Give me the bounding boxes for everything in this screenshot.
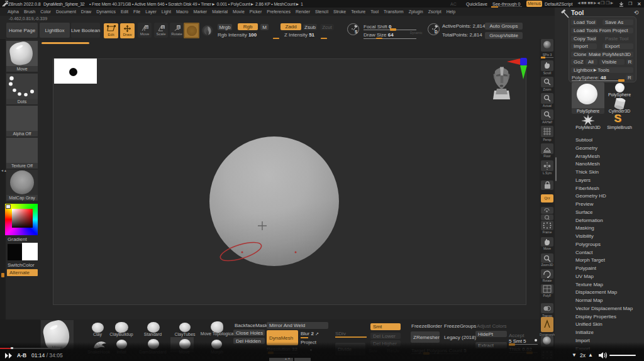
svg-text:R: R <box>177 26 180 30</box>
svg-text:M: M <box>145 26 148 30</box>
